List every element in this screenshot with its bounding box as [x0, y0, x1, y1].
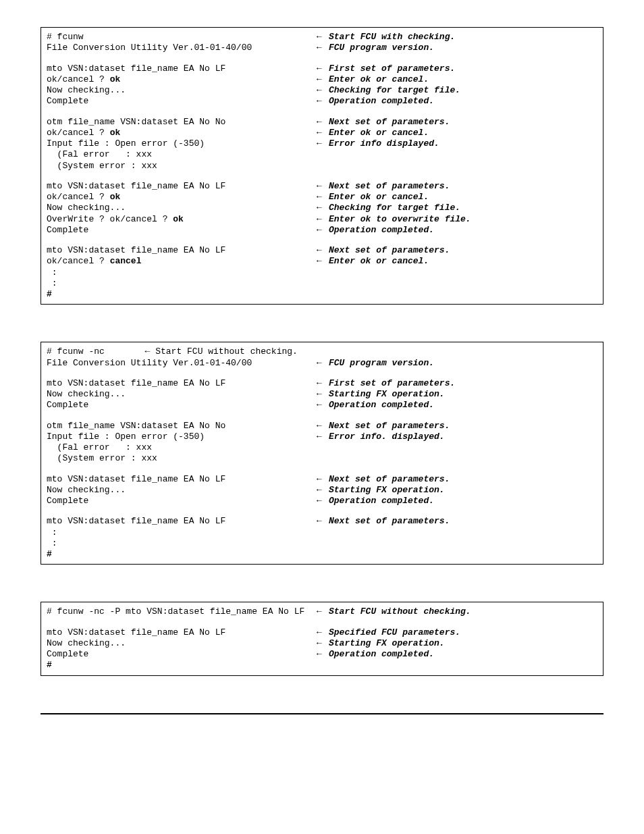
terminal-text: mto VSN:dataset file_name EA No LF — [47, 627, 317, 638]
terminal-line: ok/cancel ? cancel← Enter ok or cancel. — [47, 256, 597, 267]
terminal-text: # — [47, 289, 317, 300]
terminal-text: Now checking... — [47, 85, 317, 96]
arrow-left-icon: ← — [317, 117, 329, 128]
arrow-left-icon: ← — [317, 63, 329, 74]
annotation-text: Operation completed. — [329, 225, 434, 236]
annotation-text: Error info. displayed. — [329, 432, 445, 442]
arrow-left-icon: ← — [317, 74, 329, 85]
annotation-text: Start FCU with checking. — [329, 32, 455, 43]
terminal-text: : — [47, 278, 317, 289]
arrow-left-icon: ← — [317, 85, 329, 96]
terminal-text: Now checking... — [47, 485, 317, 496]
terminal-text: : — [47, 527, 317, 538]
arrow-left-icon: ← — [317, 225, 329, 236]
annotation-text: Next set of parameters. — [329, 245, 450, 256]
annotation-text: Start FCU without checking. — [329, 606, 471, 617]
terminal-line: (System error : xxx — [47, 161, 597, 172]
arrow-left-icon: ← — [317, 203, 329, 213]
terminal-text: File Conversion Utility Ver.01-01-40/00 — [47, 358, 317, 369]
terminal-text: (System error : xxx — [47, 453, 317, 464]
terminal-line: Input file : Open error (-350)← Error in… — [47, 138, 597, 149]
arrow-left-icon: ← — [317, 245, 329, 256]
arrow-left-icon: ← — [317, 638, 329, 649]
arrow-left-icon: ← — [317, 96, 329, 107]
annotation-text: Enter ok or cancel. — [329, 256, 429, 267]
terminal-line: (Fal error : xxx — [47, 149, 597, 160]
terminal-text: mto VSN:dataset file_name EA No LF — [47, 474, 317, 485]
terminal-line: # fcunw -nc -P mto VSN:dataset file_name… — [47, 606, 597, 617]
terminal-line: # — [47, 289, 597, 300]
terminal-text: mto VSN:dataset file_name EA No LF — [47, 63, 317, 74]
terminal-text: otm file_name VSN:dataset EA No No — [47, 421, 317, 432]
terminal-text: Complete — [47, 649, 317, 660]
terminal-line: # — [47, 660, 597, 671]
terminal-line: # fcunw← Start FCU with checking. — [47, 32, 597, 43]
annotation-text: Next set of parameters. — [329, 181, 450, 192]
annotation-text: Next set of parameters. — [329, 421, 450, 432]
arrow-left-icon: ← — [317, 358, 329, 369]
terminal-text: # — [47, 549, 317, 560]
user-input: ok — [110, 74, 121, 84]
user-input: ok — [110, 128, 121, 138]
terminal-text: Complete — [47, 96, 317, 107]
terminal-text: (Fal error : xxx — [47, 149, 317, 160]
annotation-text: Next set of parameters. — [329, 474, 450, 485]
terminal-text: Now checking... — [47, 203, 317, 213]
terminal-text: File Conversion Utility Ver.01-01-40/00 — [47, 43, 317, 53]
terminal-text: ok/cancel ? ok — [47, 128, 317, 138]
terminal-line: Complete← Operation completed. — [47, 496, 597, 506]
terminal-box-2: # fcunw -nc ← Start FCU without checking… — [41, 342, 603, 565]
arrow-left-icon: ← — [134, 346, 155, 357]
terminal-text: ok/cancel ? ok — [47, 74, 317, 85]
annotation-text: Operation completed. — [329, 649, 434, 660]
terminal-line: mto VSN:dataset file_name EA No LF← Firs… — [47, 378, 597, 389]
terminal-line: Now checking...← Starting FX operation. — [47, 389, 597, 400]
annotation-text: Next set of parameters. — [329, 117, 450, 128]
terminal-box-3: # fcunw -nc -P mto VSN:dataset file_name… — [41, 602, 603, 675]
arrow-left-icon: ← — [317, 32, 329, 43]
terminal-line: mto VSN:dataset file_name EA No LF← Spec… — [47, 627, 597, 638]
arrow-left-icon: ← — [317, 606, 329, 617]
terminal-line: : — [47, 527, 597, 538]
terminal-line: Now checking...← Starting FX operation. — [47, 638, 597, 649]
terminal-text: Input file : Open error (-350) — [47, 432, 317, 442]
arrow-left-icon: ← — [317, 485, 329, 496]
arrow-left-icon: ← — [317, 421, 329, 432]
terminal-text: mto VSN:dataset file_name EA No LF — [47, 516, 317, 527]
page-rule — [41, 713, 603, 714]
annotation-text: Operation completed. — [329, 96, 434, 107]
terminal-text: ok/cancel ? ok — [47, 192, 317, 203]
annotation-text: Start FCU without checking. — [155, 346, 298, 357]
terminal-text: Complete — [47, 496, 317, 506]
terminal-text: # fcunw — [47, 32, 317, 43]
annotation-text: Starting FX operation. — [329, 485, 445, 496]
terminal-line: (System error : xxx — [47, 453, 597, 464]
terminal-text: (Fal error : xxx — [47, 442, 317, 453]
terminal-line: mto VSN:dataset file_name EA No LF← Firs… — [47, 63, 597, 74]
arrow-left-icon: ← — [317, 43, 329, 53]
arrow-left-icon: ← — [317, 214, 329, 225]
terminal-text: : — [47, 267, 317, 278]
terminal-line: ok/cancel ? ok← Enter ok or cancel. — [47, 192, 597, 203]
terminal-text: Now checking... — [47, 638, 317, 649]
annotation-text: Next set of parameters. — [329, 516, 450, 527]
annotation-text: Starting FX operation. — [329, 389, 445, 400]
arrow-left-icon: ← — [317, 128, 329, 138]
terminal-line: ok/cancel ? ok← Enter ok or cancel. — [47, 74, 597, 85]
terminal-text: # fcunw -nc — [47, 346, 134, 357]
terminal-line: # fcunw -nc ← Start FCU without checking… — [47, 346, 597, 357]
terminal-text: : — [47, 538, 317, 549]
terminal-line: mto VSN:dataset file_name EA No LF← Next… — [47, 474, 597, 485]
terminal-line: Input file : Open error (-350)← Error in… — [47, 432, 597, 442]
terminal-line: Complete← Operation completed. — [47, 400, 597, 411]
annotation-text: Error info displayed. — [329, 138, 439, 149]
annotation-text: Operation completed. — [329, 496, 434, 506]
annotation-text: Starting FX operation. — [329, 638, 445, 649]
terminal-line: : — [47, 538, 597, 549]
user-input: cancel — [110, 256, 142, 266]
arrow-left-icon: ← — [317, 181, 329, 192]
terminal-line: (Fal error : xxx — [47, 442, 597, 453]
terminal-text: Complete — [47, 225, 317, 236]
terminal-text: otm file_name VSN:dataset EA No No — [47, 117, 317, 128]
terminal-line: : — [47, 278, 597, 289]
